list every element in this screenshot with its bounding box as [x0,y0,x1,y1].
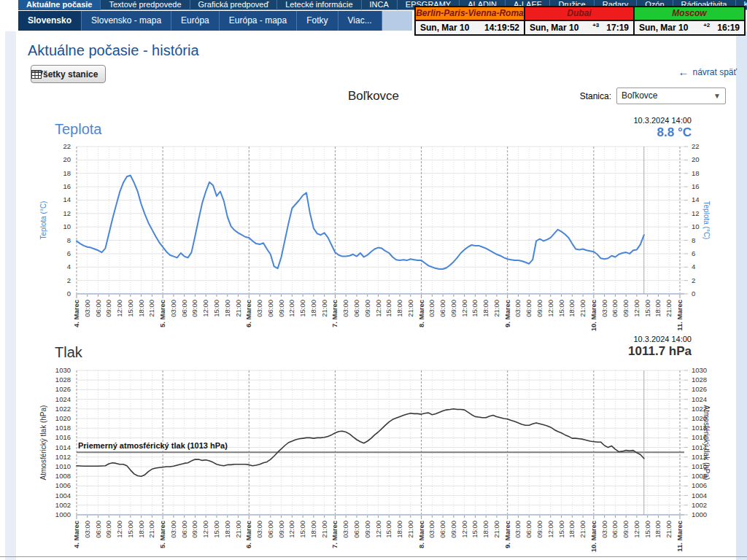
pressure-ylabel-left: 1014 [55,443,71,451]
primary-tab[interactable]: Grafická predpoveď [190,0,278,10]
pressure-xlabel: 12:00 [115,521,123,538]
temperature-xlabel: 12:00 [201,300,209,317]
window-bottom-edge [0,556,747,557]
station-select-value: Boľkovce [622,90,658,101]
temperature-xlabel: 03:00 [255,300,263,317]
primary-tab[interactable]: Aktuálne počasie [18,0,101,10]
pressure-ylabel-right: 1026 [692,385,707,393]
temperature-ylabel-left: 16 [63,182,71,190]
temperature-xlabel: 18:00 [395,300,403,317]
temperature-ylabel-right: 0 [692,289,695,298]
pressure-ylabel-left: 1026 [55,385,71,393]
back-link-label: návrat späť [692,67,737,77]
pressure-reference-label: Priemerný atmosférický tlak (1013 hPa) [78,441,228,450]
pressure-xlabel: 18:00 [137,521,145,538]
secondary-tab[interactable]: Slovensko [18,11,82,31]
temperature-axis-title-left: Teplota (°C) [39,201,47,240]
pressure-xlabel: 12:00 [632,521,640,538]
clock-city-label: Moscow [635,7,744,20]
temperature-xlabel: 03:00 [600,300,608,317]
temperature-xlabel: 06:00 [180,300,188,317]
secondary-tab[interactable]: Slovensko - mapa [82,11,171,31]
temperature-xlabel: 03:00 [83,300,91,317]
temperature-ylabel-right: 10 [692,222,700,230]
pressure-ylabel-right: 1030 [692,366,707,374]
pressure-ylabel-left: 1004 [55,491,71,499]
pressure-xlabel: 18:00 [309,521,317,538]
world-clock: DubaiSun, Mar 10+317:19 [525,7,635,34]
temperature-xlabel: 03:00 [514,300,522,317]
primary-tab[interactable]: Letecké informácie [277,0,361,10]
pressure-xlabel: 03:00 [427,521,436,538]
pressure-xlabel: 15:00 [298,521,306,538]
pressure-xlabel: 18:00 [481,521,489,538]
pressure-xlabel: 09:00 [449,521,457,538]
back-link[interactable]: ← návrat späť [678,67,737,77]
pressure-xlabel: 03:00 [514,521,522,538]
secondary-tab[interactable]: Európa - mapa [220,11,297,31]
temperature-xlabel: 06:00 [611,300,619,317]
pressure-ylabel-left: 1028 [55,376,71,384]
pressure-xlabel: 15:00 [384,521,392,538]
temperature-ylabel-left: 8 [67,236,71,244]
pressure-axis-title-right: Atmosférický tlak (hPa) [703,405,711,481]
pressure-xlabel: 03:00 [600,521,608,538]
pressure-xlabel: 21:00 [234,521,242,538]
temperature-ylabel-left: 14 [63,195,71,203]
temperature-ylabel-right: 14 [692,195,700,203]
primary-tab[interactable]: Textové predpovede [101,0,190,10]
temperature-xlabel: 21:00 [234,300,242,317]
station-select[interactable]: Boľkovce ▼ [616,88,726,104]
secondary-tab[interactable]: Viac... [338,11,382,31]
pressure-xlabel: 15:00 [126,521,134,538]
secondary-tab[interactable]: Fotky [297,11,338,31]
pressure-xlabel: 15:00 [212,521,220,538]
temperature-xlabel: 12:00 [374,300,382,317]
pressure-ylabel-left: 1010 [55,462,71,470]
temperature-ylabel-right: 20 [692,155,700,163]
temperature-ylabel-left: 0 [67,289,71,298]
pressure-xlabel: 10. Marec [589,521,597,552]
pressure-axis-title-left: Atmosférický tlak (hPa) [39,405,47,481]
secondary-tab[interactable]: Európa [171,11,220,31]
temperature-xlabel: 18:00 [223,300,231,317]
pressure-xlabel: 03:00 [255,521,263,538]
pressure-xlabel: 12:00 [546,521,554,538]
temperature-xlabel: 11. Marec [676,300,684,331]
pressure-xlabel: 09:00 [363,521,371,538]
pressure-xlabel: 21:00 [147,521,155,538]
temperature-xlabel: 21:00 [492,300,500,317]
temperature-xlabel: 5. Marec [158,300,166,327]
temperature-xlabel: 12:00 [460,300,468,317]
temperature-axis-title-right: Teplota (°C) [703,201,711,240]
temperature-xlabel: 21:00 [320,300,328,317]
temperature-xlabel: 06:00 [94,300,102,317]
clock-time-row: Sun, Mar 10+317:19 [525,20,633,34]
pressure-xlabel: 06:00 [525,521,533,538]
pressure-xlabel: 6. Marec [244,521,252,548]
temperature-value: 8.8 °C [633,125,692,140]
pressure-ylabel-right: 1002 [692,501,707,509]
pressure-xlabel: 12:00 [374,521,382,538]
temperature-ylabel-right: 18 [692,169,700,177]
temperature-xlabel: 09:00 [535,300,543,317]
temperature-ylabel-left: 12 [63,209,71,217]
pressure-xlabel: 06:00 [266,521,274,538]
temperature-xlabel: 09:00 [190,300,198,317]
pressure-ylabel-left: 1008 [55,472,71,480]
primary-tab[interactable]: INCA [362,0,398,10]
all-stations-label: Všetky stanice [37,69,98,79]
back-arrow-icon: ← [678,68,689,77]
pressure-xlabel: 15:00 [643,521,651,538]
world-clock: Berlin-Paris-Vienna-RomaSun, Mar 1014:19… [416,7,525,34]
temperature-ylabel-right: 12 [692,209,700,217]
secondary-nav: SlovenskoSlovensko - mapaEurópaEurópa - … [18,11,412,31]
all-stations-button[interactable]: Všetky stanice [31,65,106,83]
pressure-xlabel: 18:00 [654,521,662,538]
pressure-xlabel: 06:00 [352,521,360,538]
temperature-xlabel: 15:00 [643,300,651,317]
pressure-xlabel: 12:00 [287,521,295,538]
pressure-xlabel: 15:00 [471,521,479,538]
temperature-xlabel: 15:00 [298,300,306,317]
pressure-ylabel-left: 1020 [55,414,71,422]
